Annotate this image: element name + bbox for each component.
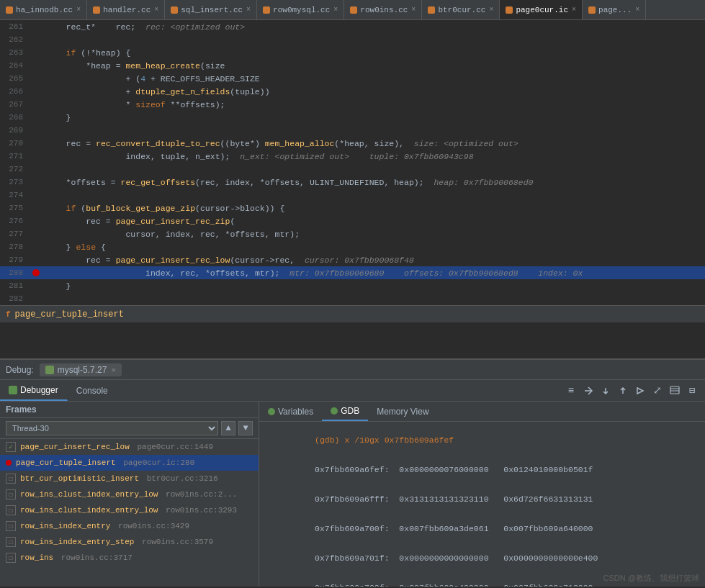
code-line-262: 262 <box>0 33 705 46</box>
frame-checkbox-5[interactable]: ☐ <box>6 521 16 531</box>
debugger-toolbar: ≡ ⤢ ⊟ <box>564 380 705 401</box>
gdb-data-3: 0x7fbb609a700f: 0x007fbb609a3de061 0x007… <box>265 515 699 543</box>
gdb-data-2: 0x7fbb609a6fff: 0x3131313131323110 0x6d7… <box>265 485 699 513</box>
frame-item-2[interactable]: ☐ btr_cur_optimistic_insert btr0cur.cc:3… <box>0 471 259 487</box>
tab-row0mysql[interactable]: row0mysql.cc × <box>257 0 344 19</box>
tab-handler[interactable]: handler.cc × <box>87 0 165 19</box>
tab-file-icon <box>428 6 435 14</box>
frame-item-5[interactable]: ☐ row_ins_index_entry row0ins.cc:3429 <box>0 518 259 534</box>
code-line-269: 269 <box>0 124 705 137</box>
tab-close[interactable]: × <box>333 6 338 14</box>
thread-dropdown[interactable]: Thread-30 <box>6 421 218 435</box>
console-tab[interactable]: Console <box>68 380 117 401</box>
code-line-281: 281 } <box>0 279 705 292</box>
tab-ha-innodb[interactable]: ha_innodb.cc × <box>0 0 87 19</box>
tab-sql-insert[interactable]: sql_insert.cc × <box>165 0 257 19</box>
frame-item-3[interactable]: ☐ row_ins_clust_index_entry_low row0ins.… <box>0 487 259 502</box>
frame-item-7[interactable]: ☐ row_ins row0ins.cc:3717 <box>0 550 259 566</box>
debug-session-close[interactable]: × <box>111 366 115 374</box>
toolbar-btn-run-to-cursor[interactable] <box>633 384 647 398</box>
frames-header: Frames <box>0 402 259 418</box>
toolbar-btn-step-over[interactable] <box>581 384 596 398</box>
toolbar-btn-step-in[interactable] <box>598 384 613 398</box>
code-line-277: 277 cursor, index, rec, *offsets, mtr); <box>0 227 705 240</box>
debugger-tabs: Debugger Console ≡ ⤢ <box>0 380 705 402</box>
code-line-280: 280 index, rec, *offsets, mtr); mtr: 0x7… <box>0 266 705 279</box>
frame-item-1[interactable]: page_cur_tuple_insert page0cur.ic:280 <box>0 455 259 471</box>
tab-page-extra[interactable]: page... × <box>583 0 646 19</box>
frame-name-4: row_ins_clust_index_entry_low row0ins.cc… <box>20 506 253 515</box>
tab-label: row0ins.cc <box>360 6 408 14</box>
tab-close[interactable]: × <box>246 6 251 14</box>
tab-bar: ha_innodb.cc × handler.cc × sql_insert.c… <box>0 0 705 20</box>
tab-close[interactable]: × <box>489 6 493 14</box>
code-line-282: 282 <box>0 292 705 305</box>
tab-page0cur[interactable]: page0cur.ic × <box>500 0 583 19</box>
tab-close[interactable]: × <box>76 6 81 14</box>
tab-variables[interactable]: Variables <box>259 402 322 421</box>
breakpoint-indicator[interactable] <box>32 269 40 276</box>
tab-row0ins[interactable]: row0ins.cc × <box>344 0 422 19</box>
code-line-274: 274 <box>0 189 705 202</box>
debug-panel: Debug: mysql-5.7.27 × Debugger Console ≡ <box>0 358 705 587</box>
gdb-tab-icon <box>331 407 338 415</box>
code-line-265: 265 + (4 + REC_OFFS_HEADER_SIZE <box>0 72 705 85</box>
tab-gdb[interactable]: GDB <box>322 402 368 421</box>
frame-breakpoint-dot <box>6 460 12 466</box>
tab-close[interactable]: × <box>411 6 416 14</box>
frame-checkbox-6[interactable]: ☐ <box>6 537 16 547</box>
gdb-tab-label: GDB <box>341 406 359 416</box>
code-line-276: 276 rec = page_cur_insert_rec_zip( <box>0 214 705 227</box>
debug-session[interactable]: mysql-5.7.27 × <box>40 363 122 376</box>
svg-rect-1 <box>670 386 679 394</box>
frame-checkbox-7[interactable]: ☐ <box>6 553 16 563</box>
thread-nav-down[interactable]: ▼ <box>238 421 253 435</box>
thread-nav-up[interactable]: ▲ <box>221 421 235 435</box>
gdb-data-1: 0x7fbb609a6fef: 0x0000000076000000 0x012… <box>265 456 699 484</box>
frame-item-4[interactable]: ☐ row_ins_clust_index_entry_low row0ins.… <box>0 502 259 518</box>
debugger-tab-icon <box>9 386 17 394</box>
frame-checkbox-0[interactable]: ✓ <box>6 442 16 452</box>
debugger-tab[interactable]: Debugger <box>0 380 68 401</box>
gdb-data-4: 0x7fbb609a701f: 0x0000000000000000 0x000… <box>265 544 699 572</box>
tab-label: page0cur.ic <box>516 6 568 14</box>
tab-close[interactable]: × <box>572 6 576 14</box>
tab-close[interactable]: × <box>154 6 158 14</box>
tab-btr0cur[interactable]: btr0cur.cc × <box>422 0 500 19</box>
frame-name-1: page_cur_tuple_insert page0cur.ic:280 <box>16 458 253 467</box>
variables-tab-icon <box>268 408 275 415</box>
debug-label: Debug: <box>6 365 34 375</box>
frame-name-3: row_ins_clust_index_entry_low row0ins.cc… <box>20 490 253 499</box>
tab-file-icon <box>588 6 596 14</box>
memory-view-tab-label: Memory View <box>377 407 428 417</box>
frame-checkbox-2[interactable]: ☐ <box>6 474 16 484</box>
tab-label: page... <box>598 6 632 14</box>
frame-name-2: btr_cur_optimistic_insert btr0cur.cc:321… <box>20 474 253 483</box>
variables-tab-label: Variables <box>278 407 313 417</box>
frame-name-5: row_ins_index_entry row0ins.cc:3429 <box>20 522 253 530</box>
code-line-275: 275 if (buf_block_get_page_zip(cursor->b… <box>0 202 705 214</box>
right-panel: Variables GDB Memory View (gdb) x /10gx … <box>259 402 705 587</box>
frame-checkbox-3[interactable]: ☐ <box>6 489 16 499</box>
tab-label: ha_innodb.cc <box>16 6 73 14</box>
code-lines: 261 rec_t* rec; rec: <optimized out> 262… <box>0 20 705 305</box>
frame-checkbox-4[interactable]: ☐ <box>6 505 16 515</box>
debug-bar: Debug: mysql-5.7.27 × <box>0 360 705 380</box>
toolbar-btn-remove-watch[interactable]: ⊟ <box>685 384 699 398</box>
function-indicator: f page_cur_tuple_insert <box>0 305 705 322</box>
watermark: CSDN @教练、我想打篮球 <box>603 573 699 584</box>
toolbar-btn-evaluate[interactable]: ⤢ <box>650 384 665 398</box>
function-icon: f <box>6 310 11 319</box>
debug-session-name: mysql-5.7.27 <box>58 365 107 375</box>
frame-name-7: row_ins row0ins.cc:3717 <box>20 553 253 562</box>
tab-memory-view[interactable]: Memory View <box>368 402 437 421</box>
code-editor: 261 rec_t* rec; rec: <optimized out> 262… <box>0 20 705 358</box>
toolbar-btn-add-watch[interactable] <box>668 384 682 398</box>
toolbar-btn-step-out[interactable] <box>616 384 630 398</box>
debugger-tab-label: Debugger <box>20 385 58 395</box>
frame-item-0[interactable]: ✓ page_cur_insert_rec_low page0cur.cc:14… <box>0 439 259 455</box>
tab-close[interactable]: × <box>635 6 639 14</box>
console-tab-label: Console <box>76 386 108 396</box>
toolbar-btn-menu[interactable]: ≡ <box>564 384 578 398</box>
frame-item-6[interactable]: ☐ row_ins_index_entry_step row0ins.cc:35… <box>0 534 259 550</box>
